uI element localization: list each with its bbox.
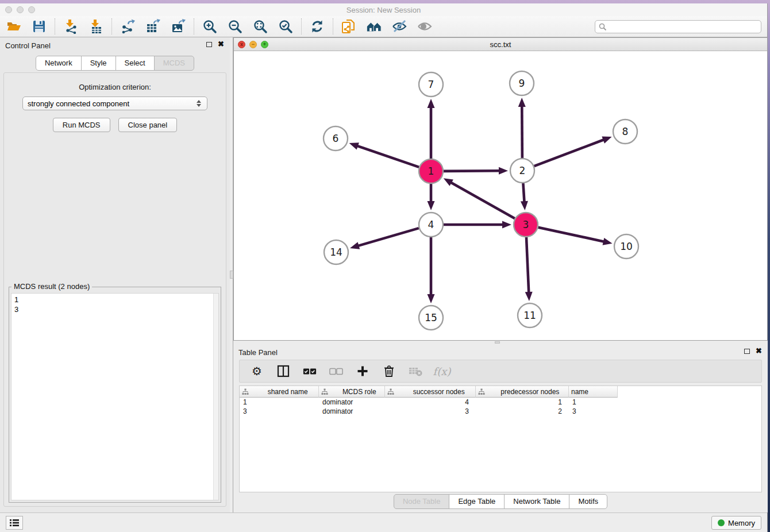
show-graphics-details-icon[interactable]: [417, 18, 433, 34]
search-input[interactable]: [607, 22, 761, 32]
table-cell[interactable]: dominator: [319, 407, 385, 416]
table-panel-title: Table Panel: [238, 348, 278, 357]
float-panel-icon[interactable]: [744, 349, 750, 354]
column-header-successor-nodes[interactable]: successor nodes: [385, 386, 476, 398]
main-toolbar: [0, 16, 767, 37]
graph-edge-2-3[interactable]: [523, 183, 524, 203]
refresh-icon[interactable]: [309, 18, 325, 34]
import-table-icon[interactable]: [88, 18, 104, 34]
criterion-select[interactable]: strongly connected component: [22, 97, 207, 110]
result-scrollbar[interactable]: [213, 294, 218, 500]
graph-edge-4-14[interactable]: [357, 228, 418, 246]
column-header-name[interactable]: name: [569, 386, 618, 398]
table-cell[interactable]: 3: [385, 407, 476, 416]
create-column-plus-icon[interactable]: [356, 364, 369, 378]
table-row[interactable]: 1dominator411: [240, 398, 761, 407]
graph-edge-1-2[interactable]: [444, 171, 500, 171]
mcds-panel: Optimization criterion: strongly connect…: [3, 72, 226, 507]
graph-edge-arrowhead: [350, 242, 360, 249]
tab-motifs[interactable]: Motifs: [569, 494, 607, 509]
graph-edge-2-8[interactable]: [534, 139, 605, 166]
graph-edge-arrowhead: [521, 201, 528, 210]
graph-edge-arrowhead: [499, 167, 508, 175]
control-panel-tabs: NetworkStyleSelectMCDS: [0, 56, 230, 71]
column-tree-icon: [478, 388, 485, 395]
splitter-grip[interactable]: [495, 341, 500, 344]
window-titlebar: Session: New Session: [0, 3, 767, 16]
graph-edge-3-1[interactable]: [450, 182, 515, 219]
delete-column-trash-icon[interactable]: [382, 364, 396, 378]
table-cell[interactable]: 1: [476, 398, 569, 407]
graph-node-label: 8: [622, 126, 629, 137]
table-cell[interactable]: 4: [385, 398, 476, 407]
graph-edge-1-6[interactable]: [356, 145, 419, 167]
column-header-predecessor-nodes[interactable]: predecessor nodes: [476, 386, 569, 398]
network-canvas[interactable]: 1234678910111415: [234, 51, 767, 340]
save-session-icon[interactable]: [31, 18, 47, 34]
import-network-icon[interactable]: [63, 18, 79, 34]
graph-node-label: 15: [425, 312, 437, 323]
table-cell[interactable]: 2: [476, 407, 569, 416]
graph-edge-arrowhead: [428, 201, 435, 210]
show-columns-icon[interactable]: [276, 364, 290, 378]
export-table-icon[interactable]: [145, 18, 161, 34]
table-cell[interactable]: 3: [240, 407, 319, 416]
open-session-icon[interactable]: [6, 18, 22, 34]
table-cell[interactable]: 1: [240, 398, 319, 407]
float-panel-icon[interactable]: [206, 42, 212, 47]
table-settings-gear-icon[interactable]: ⚙: [250, 364, 264, 378]
graph-node-label: 11: [523, 310, 536, 321]
network-frame-title: scc.txt: [234, 40, 767, 49]
tab-edge-table[interactable]: Edge Table: [449, 494, 505, 509]
tab-node-table[interactable]: Node Table: [394, 494, 450, 509]
node-table[interactable]: shared nameMCDS rolesuccessor nodesprede…: [239, 385, 762, 492]
graph-edge-arrowhead: [518, 98, 526, 107]
export-image-icon[interactable]: [170, 18, 186, 34]
deselect-all-columns-icon[interactable]: [329, 364, 343, 378]
tab-style[interactable]: Style: [81, 56, 116, 71]
task-history-button[interactable]: [6, 516, 23, 530]
column-header-shared-name[interactable]: shared name: [240, 386, 319, 398]
graph-edge-3-11[interactable]: [526, 237, 529, 294]
fit-content-icon[interactable]: [252, 18, 268, 34]
table-panel: Table Panel ✖ ⚙: [233, 344, 768, 512]
tab-mcds[interactable]: MCDS: [154, 56, 194, 71]
clone-network-icon[interactable]: [341, 18, 357, 34]
close-panel-icon[interactable]: ✖: [756, 348, 762, 354]
table-cell[interactable]: 3: [569, 407, 618, 416]
graph-edge-2-9[interactable]: [522, 105, 522, 158]
mcds-result-text[interactable]: 1 3: [11, 293, 219, 500]
run-mcds-button[interactable]: Run MCDS: [53, 118, 110, 132]
export-network-icon[interactable]: [120, 18, 136, 34]
table-cell[interactable]: 1: [569, 398, 618, 407]
graph-edge-arrowhead: [349, 142, 359, 149]
select-all-columns-icon[interactable]: [303, 364, 317, 378]
network-frame-titlebar[interactable]: x − + scc.txt: [234, 38, 767, 51]
close-panel-button[interactable]: Close panel: [118, 118, 178, 132]
optimization-criterion-label: Optimization criterion:: [4, 83, 226, 91]
graph-edge-arrowhead: [525, 292, 533, 301]
tab-select[interactable]: Select: [116, 56, 155, 71]
table-row[interactable]: 3dominator323: [240, 407, 761, 416]
criterion-selected-value: strongly connected component: [28, 99, 197, 108]
tab-network-table[interactable]: Network Table: [504, 494, 569, 509]
zoom-out-icon[interactable]: [227, 18, 243, 34]
graph-node-label: 10: [620, 241, 633, 252]
fit-selected-icon[interactable]: [278, 18, 294, 34]
zoom-in-icon[interactable]: [202, 18, 218, 34]
table-panel-tabs: Node TableEdge TableNetwork TableMotifs: [233, 494, 768, 509]
hide-graphics-details-icon[interactable]: [391, 18, 407, 34]
column-header-MCDS-role[interactable]: MCDS role: [319, 386, 385, 398]
search-field[interactable]: [595, 20, 761, 33]
first-neighbors-icon[interactable]: [366, 18, 382, 34]
memory-button[interactable]: Memory: [711, 516, 761, 530]
tab-network[interactable]: Network: [36, 56, 82, 71]
close-panel-icon[interactable]: ✖: [218, 41, 224, 47]
window-title: Session: New Session: [0, 6, 767, 14]
graph-edge-3-10[interactable]: [538, 228, 605, 242]
column-label: shared name: [268, 388, 308, 396]
graph-node-label: 2: [519, 165, 526, 176]
graph-edge-arrowhead: [428, 99, 435, 108]
table-cell[interactable]: dominator: [319, 398, 385, 407]
graph-node-label: 4: [428, 219, 434, 230]
